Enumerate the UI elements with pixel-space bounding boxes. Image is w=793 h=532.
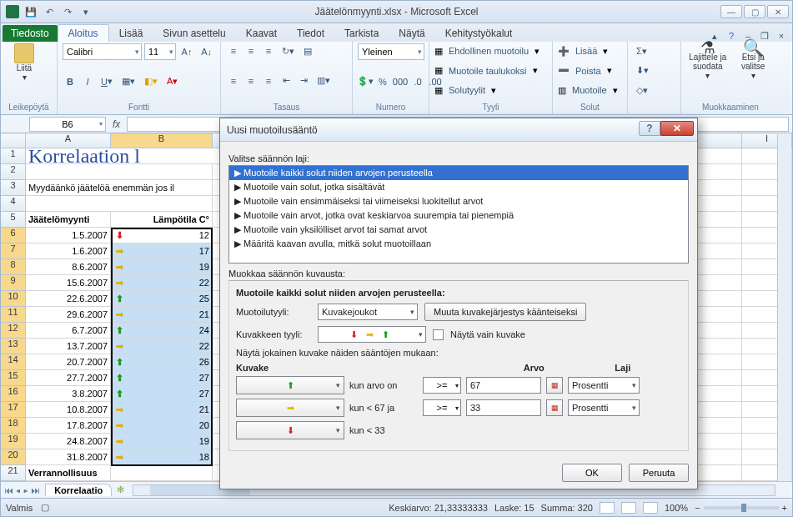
rule-item-2[interactable]: ▶ Muotoile vain ensimmäiseksi tai viimei…	[229, 194, 688, 208]
question-cell[interactable]: Myydäänkö jäätelöä enemmän jos il	[26, 180, 213, 196]
tab-insert[interactable]: Lisää	[109, 25, 153, 42]
rule1-op[interactable]: >=	[423, 377, 461, 394]
col-B[interactable]: B	[111, 133, 213, 148]
col-A[interactable]: A	[26, 133, 111, 148]
icon1-select[interactable]: ⬆	[236, 376, 344, 394]
rule1-ref-icon[interactable]: ▦	[546, 377, 563, 394]
tab-layout[interactable]: Sivun asettelu	[153, 25, 235, 42]
border-button[interactable]: ▦▾	[118, 74, 138, 89]
row-head[interactable]: 17	[1, 402, 26, 418]
view-layout-icon[interactable]	[621, 502, 636, 514]
save-icon[interactable]: 💾	[24, 5, 38, 18]
icon2-select[interactable]: ➡	[236, 399, 344, 417]
find-select-button[interactable]: 🔍 Etsi ja valitse▾	[732, 43, 775, 80]
dialog-title[interactable]: Uusi muotoilusääntö ? ✕	[220, 118, 697, 142]
align-mid-icon[interactable]: ≡	[243, 43, 258, 58]
orientation-icon[interactable]: ↻▾	[279, 43, 298, 58]
undo-icon[interactable]: ↶	[43, 5, 56, 18]
fx-icon[interactable]: fx	[113, 118, 120, 130]
close-button[interactable]: ✕	[767, 5, 789, 18]
redo-icon[interactable]: ↷	[61, 5, 74, 18]
indent-dec-icon[interactable]: ⇤	[279, 73, 294, 88]
minimize-button[interactable]: —	[720, 5, 742, 18]
header-b[interactable]: Lämpötila C°	[111, 212, 213, 228]
help-icon[interactable]: ?	[725, 30, 737, 42]
vertical-scrollbar[interactable]	[777, 134, 791, 481]
workbook-close-icon[interactable]: ×	[775, 30, 787, 42]
indent-inc-icon[interactable]: ⇥	[296, 73, 311, 88]
dialog-close-button[interactable]: ✕	[660, 121, 694, 136]
cell-date[interactable]: 6.7.2007	[26, 323, 111, 339]
maximize-button[interactable]: ▢	[744, 5, 765, 18]
name-box[interactable]: B6	[29, 117, 106, 132]
font-name-combo[interactable]: Calibri	[63, 43, 142, 60]
cell-date[interactable]: 8.6.2007	[26, 259, 111, 275]
view-normal-icon[interactable]	[600, 502, 615, 514]
cell-temp[interactable]: ⬇12	[111, 228, 213, 243]
row-head[interactable]: 16	[1, 386, 26, 402]
row-head[interactable]: 20	[1, 449, 26, 465]
cell-date[interactable]: 1.6.2007	[26, 243, 111, 259]
underline-button[interactable]: U▾	[98, 74, 116, 89]
cell-temp[interactable]: ➡20	[111, 418, 213, 434]
align-bot-icon[interactable]: ≡	[261, 43, 276, 58]
rule2-op[interactable]: >=	[423, 399, 461, 416]
reverse-order-button[interactable]: Muuta kuvakejärjestys käänteiseksi	[424, 303, 586, 321]
row-head[interactable]: 15	[1, 370, 26, 386]
zoom-slider[interactable]: − +	[695, 503, 787, 513]
paste-button[interactable]: Liitä ▾	[6, 43, 43, 82]
cell-temp[interactable]: ⬆27	[111, 386, 213, 402]
tab-data[interactable]: Tiedot	[287, 25, 334, 42]
cell-date[interactable]: 1.5.2007	[26, 228, 111, 243]
dialog-help-button[interactable]: ?	[639, 121, 660, 136]
cell-date[interactable]: 10.8.2007	[26, 402, 111, 418]
font-size-combo[interactable]: 11	[144, 43, 176, 60]
cell-date[interactable]: 31.8.2007	[26, 449, 111, 465]
italic-button[interactable]: I	[80, 74, 95, 89]
icon-style-dropdown[interactable]: ⬇➡⬆	[318, 326, 426, 343]
rule2-value[interactable]: 33	[466, 399, 541, 416]
sort-filter-button[interactable]: ⚗ Lajittele ja suodata▾	[686, 43, 730, 80]
sheet-tab-active[interactable]: Korrelaatio	[45, 484, 112, 496]
number-format-combo[interactable]: Yleinen	[358, 43, 424, 60]
zoom-in-icon[interactable]: +	[782, 503, 787, 513]
fill-color-button[interactable]: ◧▾	[141, 74, 161, 89]
row-head[interactable]: 11	[1, 307, 26, 323]
cell-date[interactable]: 17.8.2007	[26, 418, 111, 434]
table-format-button[interactable]: Muotoile taulukoksi	[445, 63, 530, 78]
tab-review[interactable]: Tarkista	[334, 25, 389, 42]
row21-label[interactable]: Verrannollisuus	[26, 465, 111, 481]
rule-item-1[interactable]: ▶ Muotoile vain solut, jotka sisältävät	[229, 180, 688, 194]
title-cell[interactable]: Korrelaation l	[26, 148, 213, 164]
comma-icon[interactable]: 000	[393, 74, 408, 89]
wrap-icon[interactable]: ▤	[300, 43, 315, 58]
row-head[interactable]: 7	[1, 243, 26, 259]
insert-cells-button[interactable]: Lisää	[572, 43, 600, 58]
grow-font-icon[interactable]: A↑	[178, 44, 196, 59]
cell-temp[interactable]: ⬆26	[111, 354, 213, 370]
font-color-button[interactable]: A▾	[163, 74, 181, 89]
align-right-icon[interactable]: ≡	[261, 73, 276, 88]
cell-temp[interactable]: ⬆24	[111, 323, 213, 339]
merge-icon[interactable]: ▥▾	[314, 73, 334, 88]
cell-temp[interactable]: ⬆25	[111, 291, 213, 307]
show-icon-only-checkbox[interactable]	[433, 329, 444, 340]
rule1-type[interactable]: Prosentti	[568, 377, 640, 394]
tab-formulas[interactable]: Kaavat	[236, 25, 287, 42]
align-center-icon[interactable]: ≡	[243, 73, 258, 88]
fill-icon[interactable]: ⬇▾	[633, 63, 652, 78]
cell-temp[interactable]: ⬆27	[111, 370, 213, 386]
bold-button[interactable]: B	[63, 74, 78, 89]
cell-temp[interactable]: ➡21	[111, 307, 213, 323]
sheet-nav[interactable]: ⏮ ◀ ▶ ⏭	[1, 485, 43, 495]
rule1-value[interactable]: 67	[466, 377, 541, 394]
rule-item-4[interactable]: ▶ Muotoile vain yksilölliset arvot tai s…	[229, 223, 688, 237]
cell-date[interactable]: 3.8.2007	[26, 386, 111, 402]
ok-button[interactable]: OK	[562, 464, 622, 482]
view-break-icon[interactable]	[643, 502, 658, 514]
excel-icon[interactable]	[6, 5, 19, 18]
header-a[interactable]: Jäätelömyynti	[26, 212, 111, 228]
select-all[interactable]	[1, 133, 26, 148]
cell-date[interactable]: 13.7.2007	[26, 339, 111, 354]
rule-item-0[interactable]: ▶ Muotoile kaikki solut niiden arvojen p…	[229, 166, 688, 180]
